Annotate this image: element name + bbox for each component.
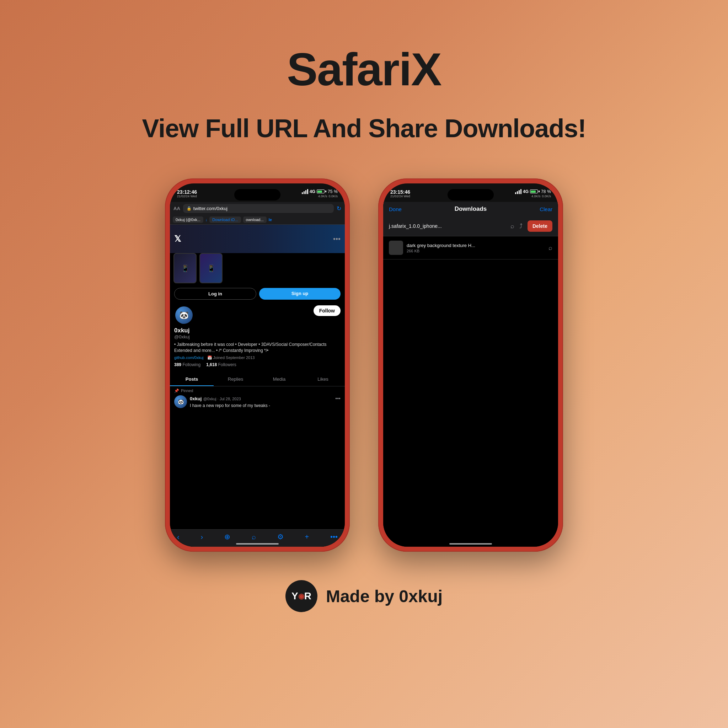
download-icon-tab: ↓ [205,217,208,222]
made-by-label: Made by 0xkuj [326,587,442,606]
done-button[interactable]: Done [389,206,402,212]
reload-button[interactable]: ↻ [336,205,341,212]
file-size-2: 266 KB [407,249,549,253]
phone1-date: 21/02/24 Wed [177,195,197,198]
settings-icon[interactable]: ⚙ [277,532,284,541]
downloads-title: Downloads [455,205,487,213]
phone1-network: 4G [310,189,315,194]
login-buttons: Log in Sign up [170,285,345,303]
browser-bar[interactable]: AA 🔒 twitter.com/0xkuj ↻ [170,202,345,215]
tweet-content: 0xkuj @0xkuj · Jul 28, 2023 ••• I have a… [190,395,341,409]
back-icon[interactable]: ‹ [177,533,179,541]
home-indicator-1 [236,543,279,544]
lock-icon: 🔒 [187,206,191,211]
tweet-tabs: Posts Replies Media Likes [170,373,345,386]
download-item-2: dark grey background texture H... 266 KB… [383,236,558,260]
phone1-frame: 23:12:46 21/02/24 Wed 4G [165,179,350,552]
profile-handle: @0xkuj [174,334,341,340]
followers-stat: 1,618 Followers [206,362,236,367]
tab-item-1[interactable]: 0xkuj (@0xk... [173,217,203,223]
phone2-screen: 23:15:46 21/02/24 Wed 4G [383,184,558,547]
join-date: 📅 Joined September 2013 [207,355,255,360]
download-filename-1: j.safarix_1.0.0_iphone... [389,223,508,229]
tab-item-4[interactable]: le [269,217,272,222]
tweet-date: @0xkuj · Jul 28, 2023 [203,397,241,401]
downloads-nav: Done Downloads Clear [383,202,558,216]
file-thumbnail [389,241,403,255]
downloads-content: Done Downloads Clear j.safarix_1.0.0_iph… [383,202,558,547]
url-text: twitter.com/0xkuj [193,206,228,211]
forward-icon[interactable]: › [200,533,203,541]
tweet-text: I have a new repo for some of my tweaks … [190,403,341,409]
page-subtitle: View Full URL And Share Downloads! [142,114,586,143]
profile-name: 0xkuj [174,327,341,334]
download-actions-1: ⌕ ⤴ Delete [511,220,552,232]
twitter-header: 𝕏 ••• [170,225,345,253]
tab-media[interactable]: Media [257,373,301,386]
phone1-signal [302,189,308,194]
pin-icon: 📌 [174,388,179,393]
tweet-more-icon[interactable]: ••• [335,396,341,401]
phone-thumb-2: 📱 [199,253,223,283]
footer: Y ◉ R Made by 0xkuj [286,580,442,612]
profile-links: github.com/0xkuj 📅 Joined September 2013 [174,355,341,360]
aa-label: AA [173,206,180,211]
tweet-avatar: 🐼 [174,395,187,408]
x-logo: 𝕏 [174,234,181,244]
tweet-row: 🐼 0xkuj @0xkuj · Jul 28, 2023 ••• I have… [170,394,345,410]
bookmark-icon[interactable]: ⊕ [224,532,230,541]
profile-section: 🐼 Follow 0xkuj @0xkuj • Jailbreaking bef… [170,303,345,370]
pinned-label: 📌 Pinned [170,386,345,394]
phone1-battery-pct: 75 [328,189,332,194]
dynamic-island-2 [448,189,494,200]
footer-logo: Y ◉ R [286,580,317,612]
phone2-battery [530,190,540,193]
profile-bg: 📱 📱 [170,253,345,285]
tweet-name: 0xkuj [190,396,202,401]
phone2-time: 23:15:46 [390,189,410,195]
tab-item-2[interactable]: Download iO... [210,217,241,223]
phone1-battery [317,190,326,193]
download-item-1: j.safarix_1.0.0_iphone... ⌕ ⤴ Delete [383,216,558,236]
github-link[interactable]: github.com/0xkuj [174,355,204,360]
search-download-icon-2[interactable]: ⌕ [549,244,552,252]
file-info: dark grey background texture H... 266 KB [407,243,549,253]
header-more-icon[interactable]: ••• [333,235,341,243]
delete-button-1[interactable]: Delete [528,220,552,232]
tab-likes[interactable]: Likes [301,373,345,386]
more-icon[interactable]: ••• [330,533,338,541]
profile-avatar: 🐼 [174,305,194,325]
phone1-time: 23:12:46 [177,189,197,195]
page-title: SafariX [287,43,441,96]
download-item-1-container: j.safarix_1.0.0_iphone... ⌕ ⤴ Delete [383,216,558,236]
share-icon-1[interactable]: ⤴ [519,223,523,230]
phone1-screen: 23:12:46 21/02/24 Wed 4G [170,184,345,547]
file-name-2: dark grey background texture H... [407,243,549,248]
tab-posts[interactable]: Posts [170,373,214,386]
tab-replies[interactable]: Replies [214,373,257,386]
search-icon[interactable]: ⌕ [252,533,256,541]
phone2-network: 4G [523,189,529,194]
phones-showcase: 23:12:46 21/02/24 Wed 4G [165,179,563,552]
add-icon[interactable]: + [304,533,309,541]
url-bar[interactable]: 🔒 twitter.com/0xkuj [183,204,334,213]
phone2-frame: 23:15:46 21/02/24 Wed 4G [378,179,563,552]
profile-bio: • Jailbreaking before it was cool • Deve… [174,342,341,354]
home-indicator-2 [449,543,492,544]
tab-bar: 0xkuj (@0xk... ↓ Download iO... ownload.… [170,215,345,225]
search-download-icon-1[interactable]: ⌕ [511,223,514,230]
following-stat: 389 Following [174,362,200,367]
follow-button[interactable]: Follow [314,305,341,316]
twitter-content: 𝕏 ••• 📱 📱 Log in Sign up [170,225,345,547]
profile-stats: 389 Following 1,618 Followers [174,362,341,367]
phone2-battery-pct: 78 [541,189,546,194]
phone2-signal [515,189,522,194]
phone-thumb-1: 📱 [173,253,197,283]
tab-item-3[interactable]: ownload... [243,217,267,223]
phone2-date: 21/02/24 Wed [390,195,410,198]
dynamic-island-1 [234,189,280,200]
clear-button[interactable]: Clear [540,206,552,212]
signup-button[interactable]: Sign up [259,288,341,300]
login-button[interactable]: Log in [174,288,256,300]
